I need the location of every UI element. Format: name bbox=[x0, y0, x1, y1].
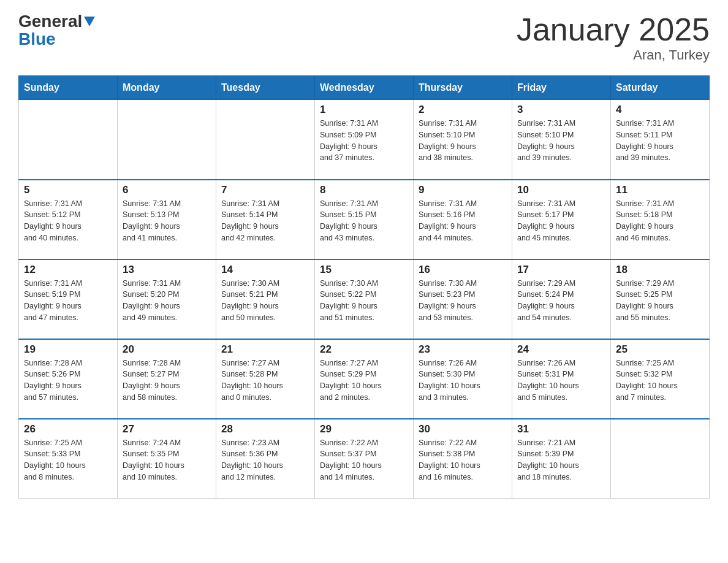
day-number: 19 bbox=[24, 343, 112, 356]
table-row: 13Sunrise: 7:31 AMSunset: 5:20 PMDayligh… bbox=[118, 259, 216, 339]
table-row: 31Sunrise: 7:21 AMSunset: 5:39 PMDayligh… bbox=[512, 419, 611, 499]
day-info: Sunrise: 7:31 AMSunset: 5:18 PMDaylight:… bbox=[616, 198, 704, 244]
table-row: 7Sunrise: 7:31 AMSunset: 5:14 PMDaylight… bbox=[216, 180, 315, 259]
table-row: 28Sunrise: 7:23 AMSunset: 5:36 PMDayligh… bbox=[216, 419, 315, 499]
table-row: 21Sunrise: 7:27 AMSunset: 5:28 PMDayligh… bbox=[216, 339, 315, 419]
day-info: Sunrise: 7:26 AMSunset: 5:30 PMDaylight:… bbox=[419, 358, 507, 404]
day-info: Sunrise: 7:31 AMSunset: 5:16 PMDaylight:… bbox=[419, 198, 507, 244]
table-row: 9Sunrise: 7:31 AMSunset: 5:16 PMDaylight… bbox=[414, 180, 512, 259]
calendar-week-row: 5Sunrise: 7:31 AMSunset: 5:12 PMDaylight… bbox=[19, 180, 710, 259]
day-info: Sunrise: 7:27 AMSunset: 5:28 PMDaylight:… bbox=[221, 358, 309, 404]
col-tuesday: Tuesday bbox=[216, 76, 315, 100]
day-info: Sunrise: 7:31 AMSunset: 5:17 PMDaylight:… bbox=[517, 198, 605, 244]
table-row: 5Sunrise: 7:31 AMSunset: 5:12 PMDaylight… bbox=[19, 180, 118, 259]
calendar-table: Sunday Monday Tuesday Wednesday Thursday… bbox=[18, 75, 710, 499]
svg-marker-0 bbox=[84, 17, 95, 26]
calendar-week-row: 12Sunrise: 7:31 AMSunset: 5:19 PMDayligh… bbox=[19, 259, 710, 339]
day-info: Sunrise: 7:28 AMSunset: 5:26 PMDaylight:… bbox=[24, 358, 112, 404]
table-row bbox=[216, 100, 315, 180]
table-row: 17Sunrise: 7:29 AMSunset: 5:24 PMDayligh… bbox=[512, 259, 611, 339]
day-info: Sunrise: 7:22 AMSunset: 5:38 PMDaylight:… bbox=[419, 437, 507, 483]
day-number: 24 bbox=[517, 343, 605, 356]
day-info: Sunrise: 7:29 AMSunset: 5:25 PMDaylight:… bbox=[616, 278, 704, 324]
table-row: 14Sunrise: 7:30 AMSunset: 5:21 PMDayligh… bbox=[216, 259, 315, 339]
logo: General Blue bbox=[18, 12, 95, 48]
day-number: 9 bbox=[419, 184, 507, 196]
table-row: 4Sunrise: 7:31 AMSunset: 5:11 PMDaylight… bbox=[611, 100, 710, 180]
day-number: 23 bbox=[419, 343, 507, 356]
day-number: 8 bbox=[320, 184, 408, 196]
day-number: 1 bbox=[320, 104, 408, 116]
day-info: Sunrise: 7:23 AMSunset: 5:36 PMDaylight:… bbox=[221, 437, 309, 483]
col-monday: Monday bbox=[118, 76, 216, 100]
table-row: 29Sunrise: 7:22 AMSunset: 5:37 PMDayligh… bbox=[315, 419, 414, 499]
table-row: 8Sunrise: 7:31 AMSunset: 5:15 PMDaylight… bbox=[315, 180, 414, 259]
day-info: Sunrise: 7:31 AMSunset: 5:11 PMDaylight:… bbox=[616, 118, 704, 164]
day-number: 16 bbox=[419, 264, 507, 276]
table-row: 11Sunrise: 7:31 AMSunset: 5:18 PMDayligh… bbox=[611, 180, 710, 259]
day-info: Sunrise: 7:30 AMSunset: 5:23 PMDaylight:… bbox=[419, 278, 507, 324]
table-row: 12Sunrise: 7:31 AMSunset: 5:19 PMDayligh… bbox=[19, 259, 118, 339]
day-info: Sunrise: 7:27 AMSunset: 5:29 PMDaylight:… bbox=[320, 358, 408, 404]
table-row: 26Sunrise: 7:25 AMSunset: 5:33 PMDayligh… bbox=[19, 419, 118, 499]
col-friday: Friday bbox=[512, 76, 611, 100]
day-info: Sunrise: 7:31 AMSunset: 5:15 PMDaylight:… bbox=[320, 198, 408, 244]
day-number: 6 bbox=[123, 184, 211, 196]
day-info: Sunrise: 7:31 AMSunset: 5:10 PMDaylight:… bbox=[517, 118, 605, 164]
table-row bbox=[611, 419, 710, 499]
day-number: 27 bbox=[123, 423, 211, 435]
day-number: 17 bbox=[517, 264, 605, 276]
day-number: 13 bbox=[123, 264, 211, 276]
day-info: Sunrise: 7:25 AMSunset: 5:33 PMDaylight:… bbox=[24, 437, 112, 483]
table-row bbox=[118, 100, 216, 180]
day-number: 14 bbox=[221, 264, 309, 276]
day-number: 30 bbox=[419, 423, 507, 435]
day-number: 4 bbox=[616, 104, 704, 116]
day-number: 31 bbox=[517, 423, 605, 435]
day-info: Sunrise: 7:31 AMSunset: 5:20 PMDaylight:… bbox=[123, 278, 211, 324]
title-block: January 2025 Aran, Turkey bbox=[517, 12, 710, 63]
col-thursday: Thursday bbox=[414, 76, 512, 100]
table-row: 10Sunrise: 7:31 AMSunset: 5:17 PMDayligh… bbox=[512, 180, 611, 259]
logo-triangle-icon bbox=[84, 17, 95, 26]
page-subtitle: Aran, Turkey bbox=[517, 47, 710, 63]
page-title: January 2025 bbox=[517, 12, 710, 47]
logo-general-text: General bbox=[18, 13, 82, 30]
day-info: Sunrise: 7:26 AMSunset: 5:31 PMDaylight:… bbox=[517, 358, 605, 404]
day-info: Sunrise: 7:31 AMSunset: 5:10 PMDaylight:… bbox=[419, 118, 507, 164]
day-number: 22 bbox=[320, 343, 408, 356]
calendar-week-row: 19Sunrise: 7:28 AMSunset: 5:26 PMDayligh… bbox=[19, 339, 710, 419]
day-number: 26 bbox=[24, 423, 112, 435]
calendar-week-row: 26Sunrise: 7:25 AMSunset: 5:33 PMDayligh… bbox=[19, 419, 710, 499]
day-info: Sunrise: 7:24 AMSunset: 5:35 PMDaylight:… bbox=[123, 437, 211, 483]
col-sunday: Sunday bbox=[19, 76, 118, 100]
day-number: 18 bbox=[616, 264, 704, 276]
day-info: Sunrise: 7:30 AMSunset: 5:22 PMDaylight:… bbox=[320, 278, 408, 324]
table-row: 1Sunrise: 7:31 AMSunset: 5:09 PMDaylight… bbox=[315, 100, 414, 180]
day-info: Sunrise: 7:29 AMSunset: 5:24 PMDaylight:… bbox=[517, 278, 605, 324]
day-info: Sunrise: 7:28 AMSunset: 5:27 PMDaylight:… bbox=[123, 358, 211, 404]
day-number: 29 bbox=[320, 423, 408, 435]
table-row: 27Sunrise: 7:24 AMSunset: 5:35 PMDayligh… bbox=[118, 419, 216, 499]
day-number: 3 bbox=[517, 104, 605, 116]
col-wednesday: Wednesday bbox=[315, 76, 414, 100]
day-info: Sunrise: 7:31 AMSunset: 5:12 PMDaylight:… bbox=[24, 198, 112, 244]
day-number: 15 bbox=[320, 264, 408, 276]
day-info: Sunrise: 7:25 AMSunset: 5:32 PMDaylight:… bbox=[616, 358, 704, 404]
table-row: 24Sunrise: 7:26 AMSunset: 5:31 PMDayligh… bbox=[512, 339, 611, 419]
day-number: 7 bbox=[221, 184, 309, 196]
calendar-week-row: 1Sunrise: 7:31 AMSunset: 5:09 PMDaylight… bbox=[19, 100, 710, 180]
day-number: 25 bbox=[616, 343, 704, 356]
day-info: Sunrise: 7:31 AMSunset: 5:09 PMDaylight:… bbox=[320, 118, 408, 164]
table-row: 18Sunrise: 7:29 AMSunset: 5:25 PMDayligh… bbox=[611, 259, 710, 339]
logo-blue-text: Blue bbox=[18, 31, 95, 48]
day-number: 2 bbox=[419, 104, 507, 116]
day-info: Sunrise: 7:31 AMSunset: 5:14 PMDaylight:… bbox=[221, 198, 309, 244]
table-row bbox=[19, 100, 118, 180]
day-info: Sunrise: 7:30 AMSunset: 5:21 PMDaylight:… bbox=[221, 278, 309, 324]
day-info: Sunrise: 7:31 AMSunset: 5:19 PMDaylight:… bbox=[24, 278, 112, 324]
table-row: 23Sunrise: 7:26 AMSunset: 5:30 PMDayligh… bbox=[414, 339, 512, 419]
table-row: 15Sunrise: 7:30 AMSunset: 5:22 PMDayligh… bbox=[315, 259, 414, 339]
table-row: 3Sunrise: 7:31 AMSunset: 5:10 PMDaylight… bbox=[512, 100, 611, 180]
day-number: 5 bbox=[24, 184, 112, 196]
